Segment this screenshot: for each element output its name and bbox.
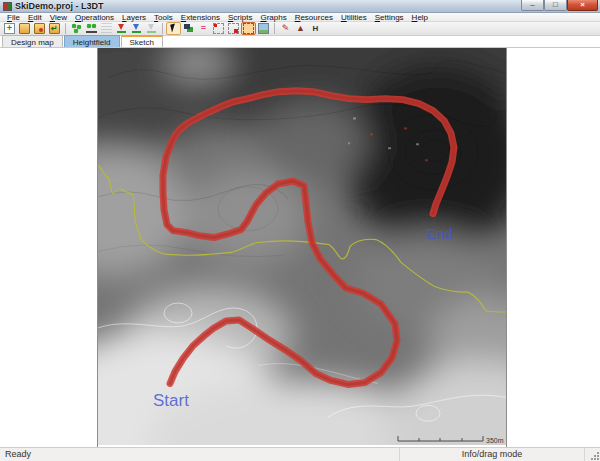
calc-gray-icon <box>146 23 157 34</box>
heightfield-image: Start End 350m <box>98 48 506 445</box>
scale-label: 350m <box>486 437 504 444</box>
import-project-button[interactable] <box>47 22 62 35</box>
heightfield-canvas[interactable]: Start End 350m <box>97 48 507 447</box>
tab-bar: Design map Heightfield Sketch <box>0 36 600 48</box>
tab-sketch[interactable]: Sketch <box>121 35 163 47</box>
batch-ops-icon <box>101 23 112 34</box>
sketch-tool-button[interactable] <box>241 22 256 35</box>
mountain-view-icon: ▲ <box>295 23 306 34</box>
levels-icon: = <box>198 23 209 34</box>
menu-item-extensions[interactable]: Extensions <box>177 13 224 22</box>
menu-item-layers[interactable]: Layers <box>118 13 150 22</box>
toolbar-separator <box>162 23 163 34</box>
select-region-icon <box>213 23 224 34</box>
minimize-icon[interactable]: – <box>521 0 544 11</box>
menu-item-utilities[interactable]: Utilities <box>337 13 371 22</box>
menu-item-settings[interactable]: Settings <box>371 13 408 22</box>
sketch-tool-icon <box>243 23 254 34</box>
menu-item-resources[interactable]: Resources <box>291 13 337 22</box>
hf-wizard-button[interactable] <box>84 22 99 35</box>
layers-view-button[interactable] <box>181 22 196 35</box>
batch-ops-button[interactable] <box>99 22 114 35</box>
menu-item-view[interactable]: View <box>46 13 71 22</box>
status-message: Ready <box>0 448 400 461</box>
calc-red-icon <box>116 23 127 34</box>
edit-project-button[interactable] <box>32 22 47 35</box>
title-bar: SkiDemo.proj - L3DT – □ × <box>0 0 600 13</box>
calc-blue-icon <box>131 23 142 34</box>
pointer-tool-icon <box>168 23 179 34</box>
toolbar: =✎▲H <box>0 22 600 36</box>
app-window: SkiDemo.proj - L3DT – □ × FileEditViewOp… <box>0 0 600 461</box>
mountain-view-button[interactable]: ▲ <box>293 22 308 35</box>
start-label: Start <box>153 391 189 410</box>
menu-item-graphs[interactable]: Graphs <box>256 13 290 22</box>
client-area: Start End 350m <box>0 48 600 447</box>
image-view-button[interactable] <box>256 22 271 35</box>
end-label: End <box>426 225 453 242</box>
help-button[interactable]: H <box>308 22 323 35</box>
open-project-button[interactable] <box>17 22 32 35</box>
calc-blue-button[interactable] <box>129 22 144 35</box>
toolbar-separator <box>274 23 275 34</box>
annotate-button[interactable]: ✎ <box>278 22 293 35</box>
window-controls: – □ × <box>521 0 598 12</box>
toolbar-separator <box>65 23 66 34</box>
menu-item-file[interactable]: File <box>3 13 24 22</box>
layers-view-icon <box>183 23 194 34</box>
maximize-icon[interactable]: □ <box>544 0 567 11</box>
levels-button[interactable]: = <box>196 22 211 35</box>
resize-grip-icon[interactable] <box>590 451 599 460</box>
new-project-button[interactable] <box>2 22 17 35</box>
select-region-button[interactable] <box>211 22 226 35</box>
menu-item-tools[interactable]: Tools <box>150 13 177 22</box>
annotate-icon: ✎ <box>280 23 291 34</box>
open-project-icon <box>19 23 30 34</box>
status-bar: Ready Info/drag mode <box>0 447 600 461</box>
import-project-icon <box>49 23 60 34</box>
window-title: SkiDemo.proj - L3DT <box>15 0 104 13</box>
help-icon: H <box>310 23 321 34</box>
menu-item-edit[interactable]: Edit <box>24 13 46 22</box>
wizard-icon <box>71 23 82 34</box>
calc-red-button[interactable] <box>114 22 129 35</box>
menu-bar: FileEditViewOperationsLayersToolsExtensi… <box>0 13 600 22</box>
menu-item-help[interactable]: Help <box>408 13 432 22</box>
app-icon <box>3 2 12 11</box>
hf-wizard-icon <box>86 23 97 34</box>
status-mode: Info/drag mode <box>400 448 585 461</box>
calc-gray-button[interactable] <box>144 22 159 35</box>
wizard-button[interactable] <box>69 22 84 35</box>
image-view-icon <box>258 23 269 34</box>
pointer-tool-button[interactable] <box>166 22 181 35</box>
edit-project-icon <box>34 23 45 34</box>
close-icon[interactable]: × <box>567 0 598 11</box>
tab-heightfield[interactable]: Heightfield <box>64 35 120 47</box>
zoom-region-icon <box>228 23 239 34</box>
menu-item-scripts[interactable]: Scripts <box>224 13 256 22</box>
tab-design-map[interactable]: Design map <box>2 35 63 47</box>
new-project-icon <box>4 23 15 34</box>
zoom-region-button[interactable] <box>226 22 241 35</box>
menu-item-operations[interactable]: Operations <box>71 13 118 22</box>
